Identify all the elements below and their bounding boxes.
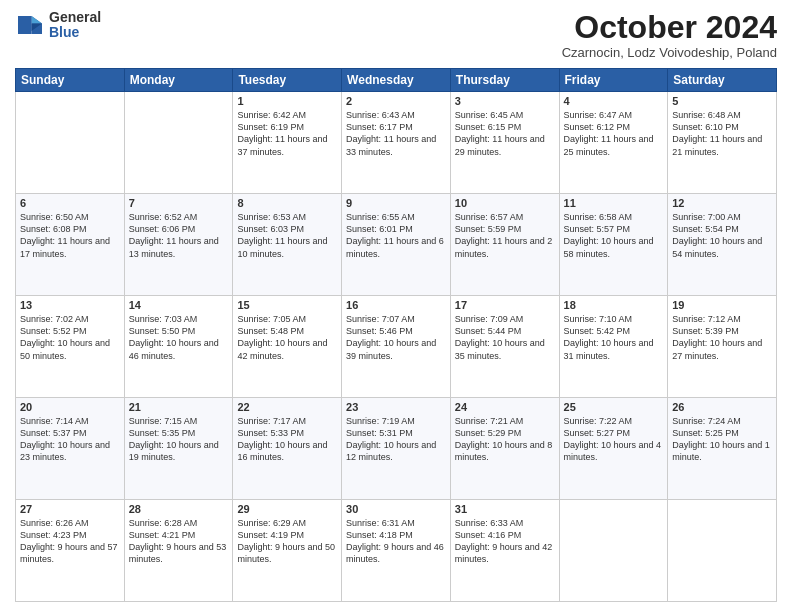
calendar-cell-w4-d6: 25Sunrise: 7:22 AM Sunset: 5:27 PM Dayli… (559, 398, 668, 500)
day-number: 15 (237, 299, 337, 311)
day-detail: Sunrise: 7:22 AM Sunset: 5:27 PM Dayligh… (564, 415, 664, 464)
calendar-table: Sunday Monday Tuesday Wednesday Thursday… (15, 68, 777, 602)
col-friday: Friday (559, 69, 668, 92)
calendar-cell-w2-d7: 12Sunrise: 7:00 AM Sunset: 5:54 PM Dayli… (668, 194, 777, 296)
calendar-week-2: 6Sunrise: 6:50 AM Sunset: 6:08 PM Daylig… (16, 194, 777, 296)
day-number: 24 (455, 401, 555, 413)
day-number: 26 (672, 401, 772, 413)
svg-rect-3 (18, 16, 32, 34)
day-detail: Sunrise: 7:05 AM Sunset: 5:48 PM Dayligh… (237, 313, 337, 362)
calendar-cell-w3-d5: 17Sunrise: 7:09 AM Sunset: 5:44 PM Dayli… (450, 296, 559, 398)
day-number: 11 (564, 197, 664, 209)
calendar-cell-w3-d3: 15Sunrise: 7:05 AM Sunset: 5:48 PM Dayli… (233, 296, 342, 398)
day-detail: Sunrise: 6:48 AM Sunset: 6:10 PM Dayligh… (672, 109, 772, 158)
calendar-header-row: Sunday Monday Tuesday Wednesday Thursday… (16, 69, 777, 92)
calendar-cell-w4-d7: 26Sunrise: 7:24 AM Sunset: 5:25 PM Dayli… (668, 398, 777, 500)
calendar-cell-w2-d5: 10Sunrise: 6:57 AM Sunset: 5:59 PM Dayli… (450, 194, 559, 296)
day-detail: Sunrise: 7:09 AM Sunset: 5:44 PM Dayligh… (455, 313, 555, 362)
col-saturday: Saturday (668, 69, 777, 92)
calendar-cell-w3-d2: 14Sunrise: 7:03 AM Sunset: 5:50 PM Dayli… (124, 296, 233, 398)
day-number: 10 (455, 197, 555, 209)
calendar-cell-w1-d3: 1Sunrise: 6:42 AM Sunset: 6:19 PM Daylig… (233, 92, 342, 194)
calendar-cell-w4-d4: 23Sunrise: 7:19 AM Sunset: 5:31 PM Dayli… (342, 398, 451, 500)
day-detail: Sunrise: 6:33 AM Sunset: 4:16 PM Dayligh… (455, 517, 555, 566)
day-number: 12 (672, 197, 772, 209)
day-detail: Sunrise: 7:03 AM Sunset: 5:50 PM Dayligh… (129, 313, 229, 362)
day-detail: Sunrise: 6:29 AM Sunset: 4:19 PM Dayligh… (237, 517, 337, 566)
logo-general-text: General (49, 10, 101, 25)
calendar-cell-w5-d4: 30Sunrise: 6:31 AM Sunset: 4:18 PM Dayli… (342, 500, 451, 602)
day-detail: Sunrise: 7:14 AM Sunset: 5:37 PM Dayligh… (20, 415, 120, 464)
col-thursday: Thursday (450, 69, 559, 92)
col-tuesday: Tuesday (233, 69, 342, 92)
day-detail: Sunrise: 6:50 AM Sunset: 6:08 PM Dayligh… (20, 211, 120, 260)
col-monday: Monday (124, 69, 233, 92)
day-detail: Sunrise: 6:45 AM Sunset: 6:15 PM Dayligh… (455, 109, 555, 158)
day-detail: Sunrise: 7:17 AM Sunset: 5:33 PM Dayligh… (237, 415, 337, 464)
page: General Blue October 2024 Czarnocin, Lod… (0, 0, 792, 612)
calendar-cell-w1-d4: 2Sunrise: 6:43 AM Sunset: 6:17 PM Daylig… (342, 92, 451, 194)
calendar-cell-w3-d4: 16Sunrise: 7:07 AM Sunset: 5:46 PM Dayli… (342, 296, 451, 398)
day-detail: Sunrise: 7:07 AM Sunset: 5:46 PM Dayligh… (346, 313, 446, 362)
day-detail: Sunrise: 7:19 AM Sunset: 5:31 PM Dayligh… (346, 415, 446, 464)
calendar-cell-w5-d5: 31Sunrise: 6:33 AM Sunset: 4:16 PM Dayli… (450, 500, 559, 602)
day-number: 27 (20, 503, 120, 515)
day-number: 29 (237, 503, 337, 515)
logo-icon (15, 10, 45, 40)
day-detail: Sunrise: 7:15 AM Sunset: 5:35 PM Dayligh… (129, 415, 229, 464)
calendar-cell-w3-d1: 13Sunrise: 7:02 AM Sunset: 5:52 PM Dayli… (16, 296, 125, 398)
logo: General Blue (15, 10, 101, 41)
calendar-cell-w1-d7: 5Sunrise: 6:48 AM Sunset: 6:10 PM Daylig… (668, 92, 777, 194)
day-detail: Sunrise: 6:57 AM Sunset: 5:59 PM Dayligh… (455, 211, 555, 260)
day-number: 23 (346, 401, 446, 413)
calendar-cell-w5-d7 (668, 500, 777, 602)
day-number: 31 (455, 503, 555, 515)
day-number: 20 (20, 401, 120, 413)
day-number: 16 (346, 299, 446, 311)
day-detail: Sunrise: 7:02 AM Sunset: 5:52 PM Dayligh… (20, 313, 120, 362)
header: General Blue October 2024 Czarnocin, Lod… (15, 10, 777, 60)
calendar-cell-w4-d3: 22Sunrise: 7:17 AM Sunset: 5:33 PM Dayli… (233, 398, 342, 500)
day-detail: Sunrise: 7:10 AM Sunset: 5:42 PM Dayligh… (564, 313, 664, 362)
day-number: 13 (20, 299, 120, 311)
calendar-week-1: 1Sunrise: 6:42 AM Sunset: 6:19 PM Daylig… (16, 92, 777, 194)
day-number: 17 (455, 299, 555, 311)
day-detail: Sunrise: 6:55 AM Sunset: 6:01 PM Dayligh… (346, 211, 446, 260)
day-number: 19 (672, 299, 772, 311)
day-number: 4 (564, 95, 664, 107)
calendar-cell-w5-d3: 29Sunrise: 6:29 AM Sunset: 4:19 PM Dayli… (233, 500, 342, 602)
calendar-cell-w5-d1: 27Sunrise: 6:26 AM Sunset: 4:23 PM Dayli… (16, 500, 125, 602)
day-detail: Sunrise: 7:21 AM Sunset: 5:29 PM Dayligh… (455, 415, 555, 464)
day-detail: Sunrise: 6:53 AM Sunset: 6:03 PM Dayligh… (237, 211, 337, 260)
day-detail: Sunrise: 6:47 AM Sunset: 6:12 PM Dayligh… (564, 109, 664, 158)
calendar-cell-w2-d1: 6Sunrise: 6:50 AM Sunset: 6:08 PM Daylig… (16, 194, 125, 296)
calendar-cell-w4-d1: 20Sunrise: 7:14 AM Sunset: 5:37 PM Dayli… (16, 398, 125, 500)
day-number: 5 (672, 95, 772, 107)
day-number: 1 (237, 95, 337, 107)
day-detail: Sunrise: 7:12 AM Sunset: 5:39 PM Dayligh… (672, 313, 772, 362)
calendar-cell-w2-d3: 8Sunrise: 6:53 AM Sunset: 6:03 PM Daylig… (233, 194, 342, 296)
day-detail: Sunrise: 6:42 AM Sunset: 6:19 PM Dayligh… (237, 109, 337, 158)
calendar-cell-w1-d1 (16, 92, 125, 194)
logo-text: General Blue (49, 10, 101, 41)
calendar-cell-w3-d6: 18Sunrise: 7:10 AM Sunset: 5:42 PM Dayli… (559, 296, 668, 398)
day-number: 3 (455, 95, 555, 107)
day-number: 2 (346, 95, 446, 107)
day-number: 30 (346, 503, 446, 515)
day-detail: Sunrise: 6:58 AM Sunset: 5:57 PM Dayligh… (564, 211, 664, 260)
location-subtitle: Czarnocin, Lodz Voivodeship, Poland (562, 45, 777, 60)
col-wednesday: Wednesday (342, 69, 451, 92)
calendar-cell-w1-d6: 4Sunrise: 6:47 AM Sunset: 6:12 PM Daylig… (559, 92, 668, 194)
calendar-cell-w4-d5: 24Sunrise: 7:21 AM Sunset: 5:29 PM Dayli… (450, 398, 559, 500)
day-detail: Sunrise: 6:28 AM Sunset: 4:21 PM Dayligh… (129, 517, 229, 566)
day-number: 9 (346, 197, 446, 209)
calendar-cell-w2-d2: 7Sunrise: 6:52 AM Sunset: 6:06 PM Daylig… (124, 194, 233, 296)
day-number: 8 (237, 197, 337, 209)
col-sunday: Sunday (16, 69, 125, 92)
day-number: 6 (20, 197, 120, 209)
day-number: 7 (129, 197, 229, 209)
day-detail: Sunrise: 7:24 AM Sunset: 5:25 PM Dayligh… (672, 415, 772, 464)
day-number: 25 (564, 401, 664, 413)
logo-blue-text: Blue (49, 25, 101, 40)
day-number: 18 (564, 299, 664, 311)
